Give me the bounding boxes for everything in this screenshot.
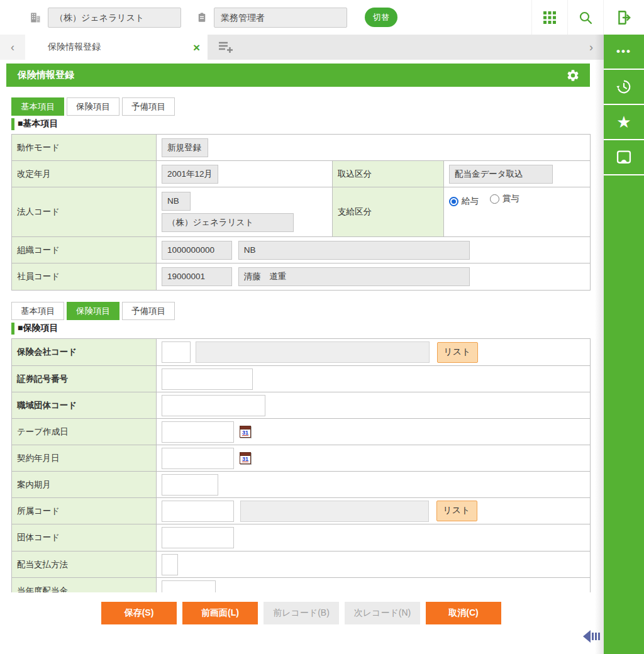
org-name-field: NB bbox=[238, 241, 470, 260]
previous-screen-button[interactable]: 前画面(L) bbox=[182, 602, 258, 624]
page-title-bar: 保険情報登録 bbox=[6, 64, 590, 87]
building-icon bbox=[29, 11, 42, 24]
guide-period-input[interactable] bbox=[162, 474, 218, 496]
radio-bonus[interactable]: 賞与 bbox=[490, 193, 519, 204]
header-icon-group bbox=[531, 0, 644, 35]
table-row: 契約年月日 31 bbox=[12, 445, 591, 472]
table-row: 当年度配当金 bbox=[12, 578, 591, 593]
current-year-dividend-label: 当年度配当金 bbox=[12, 578, 157, 593]
search-icon[interactable] bbox=[567, 0, 603, 35]
affiliation-name-field bbox=[240, 501, 429, 522]
dividend-payment-method-input[interactable] bbox=[162, 554, 178, 575]
table-row: 案内期月 bbox=[12, 472, 591, 498]
logout-icon[interactable] bbox=[603, 0, 644, 35]
right-sidebar: ••• ★ bbox=[604, 35, 644, 654]
table-row: 動作モード 新規登録 bbox=[12, 135, 591, 161]
contract-date-label: 契約年月日 bbox=[12, 445, 157, 472]
footer-button-bar: 保存(S) 前画面(L) 前レコード(B) 次レコード(N) 取消(C) bbox=[101, 602, 604, 624]
next-record-button: 次レコード(N) bbox=[345, 602, 420, 624]
table-row: 証券記号番号 bbox=[12, 366, 591, 392]
radio-unselected-icon bbox=[490, 194, 499, 204]
revision-value-field: 2001年12月 bbox=[162, 165, 218, 184]
apps-grid-icon[interactable] bbox=[531, 0, 567, 35]
affiliation-code-input[interactable] bbox=[162, 501, 234, 522]
company-input[interactable]: （株）ジェネラリスト bbox=[48, 8, 181, 28]
app-window: （株）ジェネラリスト 業務管理者 切替 bbox=[0, 0, 644, 654]
calendar-icon[interactable]: 31 bbox=[240, 452, 251, 464]
tab-spare-items-2[interactable]: 予備項目 bbox=[122, 302, 175, 320]
history-icon[interactable] bbox=[604, 70, 644, 105]
sidebar-filler bbox=[604, 175, 644, 654]
radio-salary[interactable]: 給与 bbox=[449, 196, 479, 207]
tab-basic-items-2[interactable]: 基本項目 bbox=[11, 302, 64, 320]
occupation-group-code-input[interactable] bbox=[162, 395, 265, 416]
calendar-icon[interactable]: 31 bbox=[240, 426, 251, 438]
tape-creation-date-input[interactable] bbox=[162, 421, 234, 443]
insurer-name-field bbox=[196, 341, 430, 363]
gear-icon[interactable] bbox=[566, 69, 580, 82]
collapse-panel-arrow-icon[interactable] bbox=[582, 629, 605, 646]
close-tab-icon[interactable]: × bbox=[193, 42, 200, 53]
table-row: 職域団体コード bbox=[12, 392, 591, 419]
more-options-icon[interactable]: ••• bbox=[604, 35, 644, 70]
app-header: （株）ジェネラリスト 業務管理者 切替 bbox=[0, 0, 644, 35]
tab-insurance-items-1[interactable]: 保険項目 bbox=[67, 97, 119, 116]
employee-name-field: 清藤 道重 bbox=[238, 267, 470, 286]
affiliation-list-button[interactable]: リスト bbox=[436, 501, 477, 521]
tab-scroll-right-icon[interactable]: › bbox=[579, 35, 604, 60]
calendar-day: 31 bbox=[240, 456, 250, 463]
item-tab-strip-insurance: 基本項目 保険項目 予備項目 bbox=[11, 302, 604, 320]
switch-button[interactable]: 切替 bbox=[365, 8, 397, 27]
page-title: 保険情報登録 bbox=[18, 69, 74, 81]
corp-code-label: 法人コード bbox=[12, 187, 157, 237]
table-row: 法人コード NB （株）ジェネラリスト 支給区分 給与 bbox=[12, 187, 591, 237]
tab-insurance-items-2[interactable]: 保険項目 bbox=[67, 302, 119, 320]
insurer-code-label: 保険会社コード bbox=[12, 339, 157, 366]
tab-spare-items-1[interactable]: 予備項目 bbox=[122, 97, 175, 116]
table-row: 組織コード 1000000000 NB bbox=[12, 237, 591, 263]
user-role-input[interactable]: 業務管理者 bbox=[214, 8, 347, 28]
section-heading-insurance: ■保険項目 bbox=[11, 322, 604, 335]
table-row: 保険会社コード リスト bbox=[12, 339, 591, 366]
occupation-group-code-label: 職域団体コード bbox=[12, 392, 157, 419]
mode-label: 動作モード bbox=[12, 135, 157, 161]
contract-date-input[interactable] bbox=[162, 448, 234, 469]
tab-insurance-registration[interactable]: 保険情報登録 × bbox=[25, 35, 208, 60]
table-row: テープ作成日 31 bbox=[12, 419, 591, 445]
save-button[interactable]: 保存(S) bbox=[101, 602, 177, 624]
group-code-input[interactable] bbox=[162, 527, 234, 548]
policy-number-label: 証券記号番号 bbox=[12, 366, 157, 392]
current-year-dividend-input[interactable] bbox=[162, 580, 216, 593]
document-tab-bar: ‹ 保険情報登録 × › bbox=[0, 35, 604, 60]
insurer-list-button[interactable]: リスト bbox=[437, 342, 478, 363]
new-tab-icon[interactable] bbox=[208, 35, 244, 60]
tab-basic-items-1[interactable]: 基本項目 bbox=[11, 97, 64, 116]
table-row: 団体コード bbox=[12, 524, 591, 551]
corp-code-field: NB bbox=[162, 192, 191, 211]
corp-name-field: （株）ジェネラリスト bbox=[162, 213, 294, 232]
table-row: 改定年月 2001年12月 取込区分 配当金データ取込 bbox=[12, 161, 591, 187]
cancel-button[interactable]: 取消(C) bbox=[426, 602, 501, 624]
org-code-field: 1000000000 bbox=[162, 241, 232, 260]
insurance-table-viewport: 保険会社コード リスト 証券記号番号 職域団体コー bbox=[0, 335, 604, 592]
radio-salary-label: 給与 bbox=[462, 196, 479, 207]
table-row: 配当支払方法 bbox=[12, 551, 591, 578]
star-glyph: ★ bbox=[616, 114, 631, 130]
table-row: 社員コード 19000001 清藤 道重 bbox=[12, 263, 591, 291]
tab-scroll-left-icon[interactable]: ‹ bbox=[0, 35, 25, 60]
tray-icon[interactable] bbox=[604, 140, 644, 175]
employee-code-field: 19000001 bbox=[162, 267, 232, 286]
revision-label: 改定年月 bbox=[12, 161, 157, 187]
section-heading-basic: ■基本項目 bbox=[11, 118, 604, 130]
ellipsis-glyph: ••• bbox=[616, 45, 631, 58]
item-tab-strip-basic: 基本項目 保険項目 予備項目 bbox=[11, 97, 604, 116]
org-code-label: 組織コード bbox=[12, 237, 157, 263]
basic-items-table: 動作モード 新規登録 改定年月 2001年12月 取込区分 配当金データ取込 bbox=[11, 134, 591, 291]
import-value-field: 配当金データ取込 bbox=[449, 165, 553, 184]
insurer-code-input[interactable] bbox=[162, 341, 191, 363]
policy-number-input[interactable] bbox=[162, 369, 253, 390]
previous-record-button: 前レコード(B) bbox=[264, 602, 339, 624]
calendar-day: 31 bbox=[240, 430, 250, 436]
guide-period-label: 案内期月 bbox=[12, 472, 157, 498]
favorites-star-icon[interactable]: ★ bbox=[604, 105, 644, 140]
